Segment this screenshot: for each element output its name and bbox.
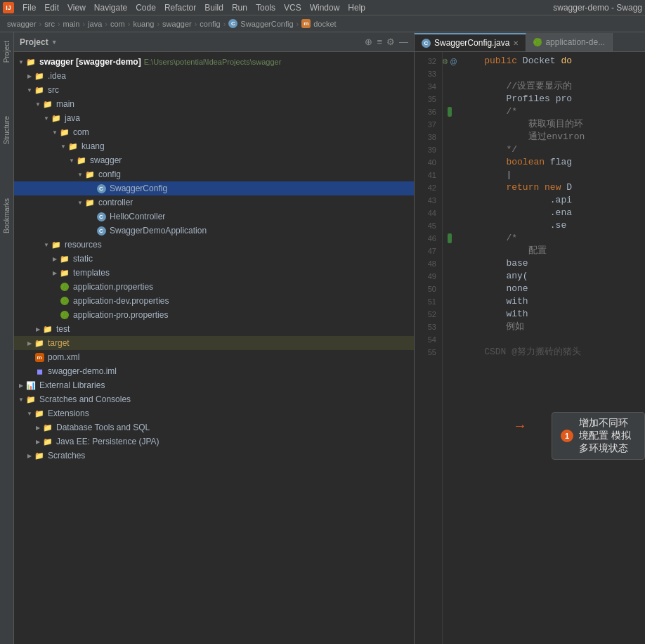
- breadcrumb-docket[interactable]: docket: [313, 20, 336, 28]
- tree-label-swaggerconfig: SwaggerConfig: [110, 183, 167, 193]
- tab-close-swaggerconfig[interactable]: ✕: [513, 39, 519, 47]
- editor-tabs: C SwaggerConfig.java ✕ 🌿 application-de.…: [415, 32, 645, 52]
- tree-label-scratches: Scratches and Consoles: [39, 394, 131, 404]
- breadcrumb-swaggerconfig[interactable]: SwaggerConfig: [240, 20, 293, 28]
- tree-arrow-scratches-sub: ▶: [25, 451, 34, 460]
- tree-item-target[interactable]: ▶ 📁 target: [14, 336, 414, 350]
- tree-item-extensions[interactable]: ▼ 📁 Extensions: [14, 406, 414, 420]
- tree-label-target: target: [48, 338, 70, 348]
- folder-icon-target: 📁: [34, 337, 45, 349]
- breadcrumb-main[interactable]: main: [63, 20, 80, 28]
- tree-item-controller[interactable]: ▼ 📁 controller: [14, 195, 414, 210]
- tree-arrow-appproprops: [51, 311, 59, 319]
- tree-item-resources[interactable]: ▼ 📁 resources: [14, 238, 414, 252]
- side-tab-bookmarks[interactable]: Bookmarks: [1, 193, 13, 239]
- tree-item-swaggerconfig[interactable]: C SwaggerConfig: [14, 181, 414, 195]
- tree-item-templates[interactable]: ▶ 📁 templates: [14, 266, 414, 280]
- tab-label-appdev: application-de...: [545, 37, 605, 47]
- tree-item-scratches-sub[interactable]: ▶ 📁 Scratches: [14, 449, 414, 463]
- folder-icon-jpa: 📁: [42, 436, 53, 447]
- tree-item-pomxml[interactable]: m pom.xml: [14, 350, 414, 364]
- tree-label-appdevprops: application-dev.properties: [73, 296, 169, 306]
- tree-item-com[interactable]: ▼ 📁 com: [14, 125, 414, 139]
- breadcrumb-java[interactable]: java: [88, 20, 102, 28]
- panel-dropdown-icon[interactable]: ▼: [51, 39, 58, 46]
- swagger-config-icon: C: [228, 19, 237, 28]
- line-num-49: 49: [428, 270, 436, 283]
- line-num-38: 38: [428, 131, 436, 143]
- folder-icon-resources: 📁: [51, 239, 62, 250]
- tree-arrow-src: ▼: [25, 86, 34, 94]
- tree-arrow-pomxml: [25, 353, 34, 361]
- tree-item-jpa[interactable]: ▶ 📁 Java EE: Persistence (JPA): [14, 434, 414, 449]
- tree-item-kuang[interactable]: ▼ 📁 kuang: [14, 139, 414, 153]
- editor-tab-appdev[interactable]: 🌿 application-de...: [526, 33, 613, 51]
- tree-arrow-idea: ▶: [25, 72, 34, 80]
- tree-item-swagger[interactable]: ▼ 📁 swagger: [14, 153, 414, 167]
- panel-locate-icon[interactable]: ⊕: [365, 37, 372, 47]
- tree-item-iml[interactable]: ◼ swagger-demo.iml: [14, 364, 414, 378]
- panel-settings-icon[interactable]: ⚙: [386, 37, 395, 47]
- tree-item-idea[interactable]: ▶ 📁 .idea: [14, 69, 414, 83]
- side-tab-structure[interactable]: Structure: [1, 110, 13, 150]
- code-line-35: Profiles pro: [462, 93, 639, 105]
- code-area[interactable]: public Docket do //设置要显示的 Profiles pro /…: [457, 52, 645, 644]
- menu-navigate[interactable]: Navigate: [90, 1, 131, 14]
- breadcrumb-config[interactable]: config: [200, 20, 220, 28]
- panel-collapse-icon[interactable]: ≡: [377, 37, 382, 47]
- tree-item-extlibs[interactable]: ▶ 📊 External Libraries: [14, 378, 414, 392]
- menu-refactor[interactable]: Refactor: [160, 1, 200, 14]
- breadcrumb-swagger[interactable]: swagger: [7, 20, 37, 28]
- tree-item-java[interactable]: ▼ 📁 java: [14, 111, 414, 125]
- tree-arrow-target: ▶: [25, 339, 34, 347]
- tree-item-dbtools[interactable]: ▶ 📁 Database Tools and SQL: [14, 420, 414, 434]
- menu-file[interactable]: File: [18, 1, 40, 14]
- line-num-41: 41: [428, 169, 436, 181]
- line-num-36: 36: [428, 105, 436, 118]
- menu-code[interactable]: Code: [131, 1, 160, 14]
- tree-item-appprops[interactable]: 🌿 application.properties: [14, 280, 414, 294]
- tree-item-src[interactable]: ▼ 📁 src: [14, 83, 414, 97]
- code-line-43: .api: [462, 194, 639, 207]
- folder-icon-test: 📁: [42, 323, 53, 335]
- editor-tab-swaggerconfig[interactable]: C SwaggerConfig.java ✕: [415, 33, 526, 51]
- tree-item-main[interactable]: ▼ 📁 main: [14, 97, 414, 111]
- breadcrumb-com[interactable]: com: [110, 20, 125, 28]
- line-num-51: 51: [428, 295, 436, 308]
- tree-label-iml: swagger-demo.iml: [48, 366, 117, 376]
- menu-build[interactable]: Build: [200, 1, 228, 14]
- side-tabs: Project Structure Bookmarks: [0, 32, 14, 644]
- tree-label-src: src: [48, 85, 59, 95]
- folder-icon-extlibs: 📊: [25, 380, 37, 391]
- tree-item-test[interactable]: ▶ 📁 test: [14, 322, 414, 336]
- tooltip-annotation: 1 增加不同环境配置 模拟多环境状态: [552, 412, 645, 460]
- menu-vcs[interactable]: VCS: [280, 1, 306, 14]
- panel-actions: ⊕ ≡ ⚙ —: [365, 37, 408, 47]
- tree-item-hellocontroller[interactable]: C HelloController: [14, 210, 414, 224]
- folder-icon-extensions: 📁: [34, 408, 45, 419]
- tree-item-config[interactable]: ▼ 📁 config: [14, 167, 414, 181]
- tree-label-kuang: kuang: [82, 141, 105, 151]
- side-tab-project[interactable]: Project: [1, 35, 13, 68]
- menu-window[interactable]: Window: [306, 1, 344, 14]
- window-title: swagger-demo - Swagg: [553, 3, 642, 13]
- tree-label-path: E:\Users\potential\IdeaProjects\swagger: [144, 58, 282, 66]
- tree-item-appproprops[interactable]: 🌿 application-pro.properties: [14, 308, 414, 322]
- tree-arrow-appdevprops: [51, 297, 59, 305]
- breadcrumb-swagger2[interactable]: swagger: [162, 20, 192, 28]
- breadcrumb-src[interactable]: src: [44, 20, 55, 28]
- menu-run[interactable]: Run: [228, 1, 252, 14]
- tree-item-scratches[interactable]: ▼ 📁 Scratches and Consoles: [14, 392, 414, 406]
- menu-tools[interactable]: Tools: [252, 1, 280, 14]
- tree-item-appdevprops[interactable]: 🌿 application-dev.properties: [14, 294, 414, 308]
- tree-item-swaggerdemo[interactable]: C SwaggerDemoApplication: [14, 224, 414, 238]
- folder-icon-dbtools: 📁: [42, 422, 53, 433]
- tree-item-root[interactable]: ▼ 📁 swagger [swagger-demo] E:\Users\pote…: [14, 55, 414, 69]
- menu-help[interactable]: Help: [344, 1, 370, 14]
- menu-view[interactable]: View: [63, 1, 90, 14]
- panel-close-icon[interactable]: —: [399, 37, 408, 47]
- breadcrumb-kuang[interactable]: kuang: [133, 20, 154, 28]
- menu-edit[interactable]: Edit: [40, 1, 63, 14]
- tree-item-static[interactable]: ▶ 📁 static: [14, 252, 414, 266]
- file-icon-appprops: 🌿: [59, 281, 70, 292]
